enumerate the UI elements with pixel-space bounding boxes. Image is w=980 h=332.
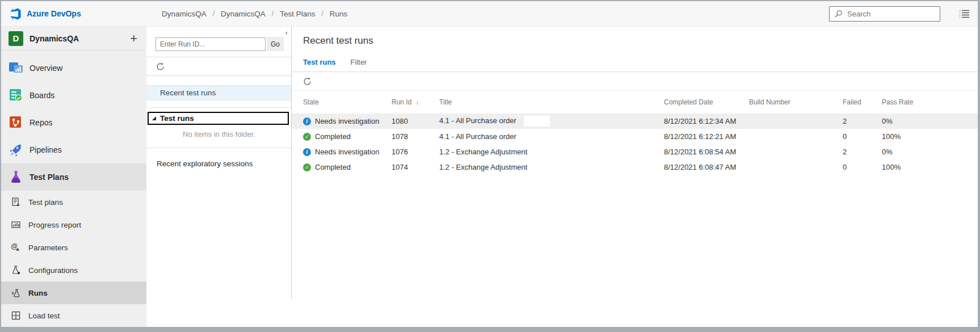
completed-icon: ✓ (303, 163, 311, 171)
sidebar-item-label: Configurations (28, 266, 78, 275)
list-view-icon[interactable] (958, 9, 970, 19)
column-header-title[interactable]: Title (439, 98, 664, 106)
main-content: Recent test runs Test runs Filter State … (292, 27, 978, 327)
tab-test-runs[interactable]: Test runs (303, 58, 336, 66)
breadcrumb-org[interactable]: DynamicsQA (162, 10, 207, 18)
run-id-input[interactable] (155, 37, 266, 51)
state-cell: ✓ Completed (303, 163, 392, 171)
sidebar-item-parameters[interactable]: @ Parameters (1, 236, 146, 259)
breadcrumb-separator: / (272, 10, 274, 18)
pipelines-icon (9, 142, 23, 157)
project-switcher[interactable]: D DynamicsQA + (1, 27, 146, 51)
empty-folder-text: No items in this folder. (146, 130, 292, 138)
parameters-icon: @ (11, 242, 21, 253)
runs-icon (11, 288, 21, 298)
sidebar-item-overview[interactable]: Overview (1, 54, 146, 82)
column-header-failed[interactable]: Failed (843, 98, 882, 106)
run-id-search-row: Go (155, 37, 284, 51)
column-header-build-number[interactable]: Build Number (749, 98, 843, 106)
sidebar-item-label: Progress report (28, 221, 81, 229)
breadcrumb-test-plans[interactable]: Test Plans (280, 10, 315, 18)
breadcrumb-project[interactable]: DynamicsQA (221, 10, 266, 18)
run-title: 4.1 - All Purchase order (439, 116, 516, 125)
failed-cell: 2 (843, 117, 882, 125)
top-bar: Azure DevOps DynamicsQA / DynamicsQA / T… (1, 1, 978, 27)
state-cell: i Needs investigation (303, 117, 392, 125)
tree-expand-icon[interactable] (152, 116, 156, 120)
table-header: State Run Id ↓ Title Completed Date Buil… (292, 91, 978, 114)
completed-date-cell: 8/12/2021 6:12:34 AM (664, 117, 749, 125)
search-placeholder: Search (847, 10, 870, 18)
sidebar-item-label: Boards (30, 91, 54, 100)
tab-filter[interactable]: Filter (351, 58, 367, 66)
recent-test-runs-item[interactable]: Recent test runs (146, 85, 292, 100)
state-label: Completed (315, 132, 351, 141)
test-plans-doc-icon (11, 197, 21, 207)
sidebar-item-label: Test Plans (30, 173, 69, 182)
state-label: Completed (315, 163, 351, 171)
needs-investigation-icon: i (303, 117, 311, 125)
table-row[interactable]: i Needs investigation 1080 4.1 - All Pur… (292, 114, 978, 129)
run-id-cell: 1074 (392, 163, 439, 171)
collapse-panel-icon[interactable]: ‹ (285, 29, 288, 37)
table-row[interactable]: i Needs investigation 1076 1.2 - Exchang… (292, 144, 978, 159)
sidebar-item-label: Test plans (28, 198, 63, 207)
state-cell: i Needs investigation (303, 148, 392, 156)
main-refresh-icon[interactable] (303, 77, 320, 86)
run-id-cell: 1078 (392, 132, 439, 141)
column-header-state[interactable]: State (303, 98, 392, 106)
divider (146, 75, 292, 76)
sidebar: D DynamicsQA + Overview Boards (1, 27, 146, 327)
brand-area[interactable]: Azure DevOps (1, 7, 146, 20)
load-test-icon (11, 310, 21, 321)
test-runs-tree-root[interactable]: Test runs (148, 112, 289, 125)
sidebar-item-label: Repos (30, 118, 52, 127)
recent-exploratory-sessions-link[interactable]: Recent exploratory sessions (146, 159, 292, 168)
sidebar-item-repos[interactable]: Repos (1, 109, 146, 136)
global-search-box[interactable]: Search (829, 6, 940, 22)
azure-devops-logo-icon (9, 7, 22, 20)
tabs: Test runs Filter (303, 58, 978, 66)
sidebar-item-test-plans[interactable]: Test Plans (1, 163, 146, 191)
breadcrumb: DynamicsQA / DynamicsQA / Test Plans / R… (146, 10, 829, 18)
completed-date-cell: 8/12/2021 6:12:21 AM (664, 132, 749, 141)
sidebar-item-pipelines[interactable]: Pipelines (1, 136, 146, 163)
sidebar-item-boards[interactable]: Boards (1, 82, 146, 109)
column-header-run-id[interactable]: Run Id ↓ (392, 98, 439, 106)
go-button[interactable]: Go (267, 37, 284, 51)
project-avatar: D (9, 31, 23, 46)
panel-refresh-icon[interactable] (146, 57, 166, 71)
state-cell: ✓ Completed (303, 132, 392, 141)
column-header-completed-date[interactable]: Completed Date (664, 98, 749, 106)
table-row[interactable]: ✓ Completed 1074 1.2 - Exchange Adjustme… (292, 159, 978, 175)
add-project-button[interactable]: + (130, 33, 137, 44)
sidebar-item-test-plans-sub[interactable]: Test plans (1, 191, 146, 213)
configurations-icon (11, 265, 21, 275)
completed-date-cell: 8/12/2021 6:08:54 AM (664, 148, 749, 156)
completed-icon: ✓ (303, 133, 311, 141)
state-label: Needs investigation (315, 148, 379, 156)
sidebar-item-runs[interactable]: Runs (1, 281, 146, 304)
boards-icon (9, 88, 23, 103)
sidebar-item-label: Load test (28, 312, 60, 320)
sidebar-item-progress-report[interactable]: Progress report (1, 213, 146, 236)
divider (146, 57, 292, 57)
topbar-actions: Search (829, 6, 970, 22)
run-id-cell: 1076 (392, 148, 439, 156)
repos-icon (9, 115, 23, 130)
sidebar-item-load-test[interactable]: Load test (1, 304, 146, 327)
progress-report-icon (11, 220, 21, 230)
completed-date-cell: 8/12/2021 6:08:47 AM (664, 163, 749, 171)
sidebar-nav: Overview Boards Repos (1, 51, 146, 327)
redacted-area (524, 116, 550, 127)
table-row[interactable]: ✓ Completed 1078 4.1 - All Purchase orde… (292, 129, 978, 144)
breadcrumb-runs[interactable]: Runs (330, 10, 348, 18)
test-plans-icon (9, 170, 23, 184)
pass-rate-cell: 0% (882, 148, 978, 156)
sidebar-item-configurations[interactable]: Configurations (1, 259, 146, 281)
sidebar-item-label: Overview (30, 64, 62, 73)
failed-cell: 2 (843, 148, 882, 156)
sidebar-item-label: Pipelines (30, 145, 62, 154)
column-header-pass-rate[interactable]: Pass Rate (882, 98, 978, 106)
title-cell: 4.1 - All Purchase order (439, 116, 664, 127)
